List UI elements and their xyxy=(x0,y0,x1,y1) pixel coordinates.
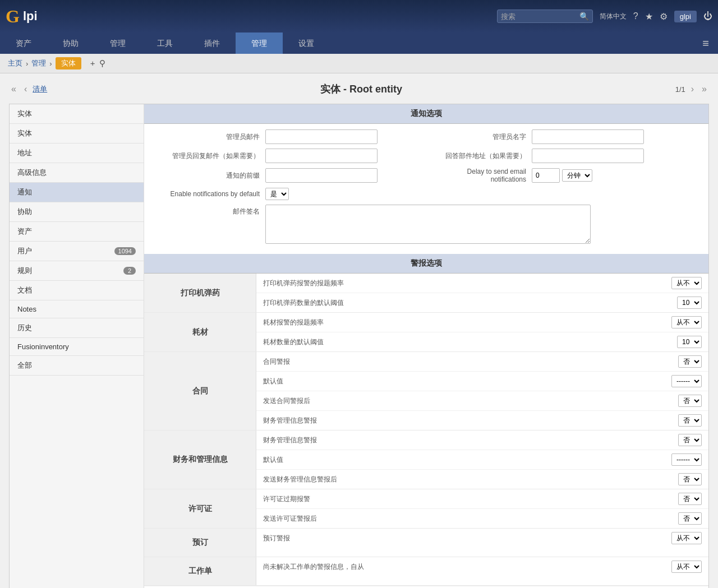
contract-alert-select[interactable]: 否 是 xyxy=(678,355,702,368)
sidebar-item-notes[interactable]: Notes xyxy=(10,300,144,318)
sidebar-label: 规则 xyxy=(17,266,32,276)
notif-col-placeholder xyxy=(431,188,699,200)
delay-unit-select[interactable]: 分钟 xyxy=(562,169,592,182)
enable-label: Enable notifications by default xyxy=(153,190,265,198)
license-expire-select[interactable]: 否 是 xyxy=(678,493,702,505)
enable-notifications-select[interactable]: 是 否 xyxy=(265,188,289,200)
gear-icon[interactable]: ⚙ xyxy=(660,11,668,22)
signature-label: 邮件签名 xyxy=(153,205,265,216)
reply-email-input[interactable] xyxy=(265,149,378,163)
nav-plugins[interactable]: 插件 xyxy=(188,33,236,54)
list-link[interactable]: 清单 xyxy=(33,84,47,94)
sidebar-label: Notes xyxy=(17,305,36,313)
sidebar-item-entity1[interactable]: 实体 xyxy=(10,104,144,124)
sidebar-label: 实体 xyxy=(17,128,32,138)
finance-alert-select[interactable]: 否 是 xyxy=(678,414,702,427)
favorites-icon[interactable]: ★ xyxy=(645,11,653,22)
help-icon[interactable]: ? xyxy=(633,11,638,21)
notif-field-noreply-email: 回答部件地址（如果需要） xyxy=(431,149,699,163)
sidebar-item-entity2[interactable]: 实体 xyxy=(10,124,144,143)
signature-textarea[interactable] xyxy=(265,205,591,244)
alert-field-row: 默认值 ------ xyxy=(256,450,708,470)
contract-send-select[interactable]: 否 是 xyxy=(678,395,702,407)
alert-fields-printer: 打印机弹药报警的报题频率 从不 打印机弹药数量的默认阈值 10 xyxy=(256,274,708,312)
search-box[interactable]: 🔍 xyxy=(497,10,593,23)
nav-assist[interactable]: 协助 xyxy=(47,33,94,54)
sidebar-item-address[interactable]: 地址 xyxy=(10,143,144,163)
financial-alert-select[interactable]: 否 是 xyxy=(678,434,702,446)
contract-default-label: 默认值 xyxy=(263,377,671,386)
users-badge: 1094 xyxy=(114,247,136,255)
financial-default-label: 默认值 xyxy=(263,455,671,465)
sidebar-item-docs[interactable]: 文档 xyxy=(10,281,144,300)
printer-freq-select[interactable]: 从不 xyxy=(671,277,702,289)
nav-assets[interactable]: 资产 xyxy=(0,33,47,54)
alert-fields-license: 许可证过期报警 否 是 发送许可证警报后 否 是 xyxy=(256,489,708,528)
noreply-email-input[interactable] xyxy=(532,149,644,163)
consumable-threshold-select[interactable]: 10 xyxy=(677,336,702,348)
alert-fields-financial: 财务管理信息警报 否 是 默认值 ------ xyxy=(256,430,708,489)
alert-field-row: 耗材数量的默认阈值 10 xyxy=(256,332,708,351)
search-entity-icon[interactable]: ⚲ xyxy=(99,58,105,68)
sidebar-label: 高级信息 xyxy=(17,168,47,178)
license-send-select[interactable]: 否 是 xyxy=(678,512,702,525)
breadcrumb-current: 实体 xyxy=(56,57,81,70)
alert-field-row: 发送许可证警报后 否 是 xyxy=(256,509,708,528)
alert-fields-reservation: 预订警报 从不 xyxy=(256,529,708,557)
delay-input[interactable] xyxy=(532,168,560,183)
alert-field-row: 发送合同警报后 否 是 xyxy=(256,391,708,411)
sidebar-item-users[interactable]: 用户 1094 xyxy=(10,242,144,261)
add-entity-icon[interactable]: + xyxy=(90,58,95,68)
power-icon[interactable]: ⏻ xyxy=(703,11,712,21)
hamburger-menu[interactable]: ≡ xyxy=(693,37,718,50)
nav-tools[interactable]: 工具 xyxy=(141,33,188,54)
next-page-arrow[interactable]: › xyxy=(689,84,696,94)
nav-settings[interactable]: 设置 xyxy=(283,33,330,54)
last-page-arrow[interactable]: » xyxy=(699,84,709,94)
printer-freq-label: 打印机弹药报警的报题频率 xyxy=(263,279,671,288)
financial-send-select[interactable]: 否 是 xyxy=(678,473,702,485)
search-input[interactable] xyxy=(501,12,579,21)
sidebar-label: 历史 xyxy=(17,323,32,333)
sidebar-item-advanced[interactable]: 高级信息 xyxy=(10,163,144,183)
alert-field-row: 预订警报 从不 xyxy=(256,529,708,548)
save-row: 保存 xyxy=(144,586,708,588)
prefix-input[interactable] xyxy=(265,168,378,183)
breadcrumb-home[interactable]: 主页 xyxy=(8,58,22,68)
alert-field-row: 合同警报 否 是 xyxy=(256,352,708,372)
sidebar-item-history[interactable]: 历史 xyxy=(10,318,144,338)
sidebar-item-fusioninventory[interactable]: Fusioninventory xyxy=(10,338,144,356)
language-selector[interactable]: 简体中文 xyxy=(600,12,627,21)
notif-row-1: 管理员邮件 管理员名字 xyxy=(153,129,699,144)
sidebar-item-rules[interactable]: 规则 2 xyxy=(10,261,144,281)
breadcrumb-actions: + ⚲ xyxy=(90,58,106,68)
contract-default-select[interactable]: ------ xyxy=(671,375,702,387)
admin-email-label: 管理员邮件 xyxy=(153,132,265,142)
sidebar-item-assist[interactable]: 协助 xyxy=(10,202,144,222)
prev-page-arrow[interactable]: ‹ xyxy=(22,84,29,94)
financial-default-select[interactable]: ------ xyxy=(671,453,702,466)
breadcrumb-admin[interactable]: 管理 xyxy=(31,58,46,68)
sidebar-item-all[interactable]: 全部 xyxy=(10,356,144,376)
sidebar-item-notification[interactable]: 通知 xyxy=(10,183,144,202)
admin-name-input[interactable] xyxy=(532,129,644,144)
notif-row-signature: 邮件签名 xyxy=(153,205,699,244)
admin-email-input[interactable] xyxy=(265,129,378,144)
user-button[interactable]: glpi xyxy=(674,11,697,22)
alert-fields-consumable: 耗材报警的报题频率 从不 耗材数量的默认阈值 10 xyxy=(256,313,708,351)
consumable-freq-select[interactable]: 从不 xyxy=(671,316,702,328)
nav-admin[interactable]: 管理 xyxy=(236,33,283,54)
workorder-select[interactable]: 从不 xyxy=(671,561,702,573)
top-header: G lpi 🔍 简体中文 ? ★ ⚙ glpi ⏻ xyxy=(0,0,718,33)
alert-field-row: 耗材报警的报题频率 从不 xyxy=(256,313,708,332)
list-nav: « ‹ 清单 实体 - Root entity 1/1 › » xyxy=(9,79,709,99)
reservation-alert-select[interactable]: 从不 xyxy=(671,532,702,544)
contract-alert-label: 合同警报 xyxy=(263,357,678,367)
first-page-arrow[interactable]: « xyxy=(9,84,19,94)
search-icon[interactable]: 🔍 xyxy=(579,12,589,21)
sidebar-item-assets[interactable]: 资产 xyxy=(10,222,144,242)
nav-manage[interactable]: 管理 xyxy=(94,33,141,54)
alert-row-contract: 合同 合同警报 否 是 默认值 ------ xyxy=(144,352,708,430)
workorder-label: 尚未解决工作单的警报信息，自从 xyxy=(263,562,671,572)
printer-threshold-select[interactable]: 10 xyxy=(677,297,702,309)
